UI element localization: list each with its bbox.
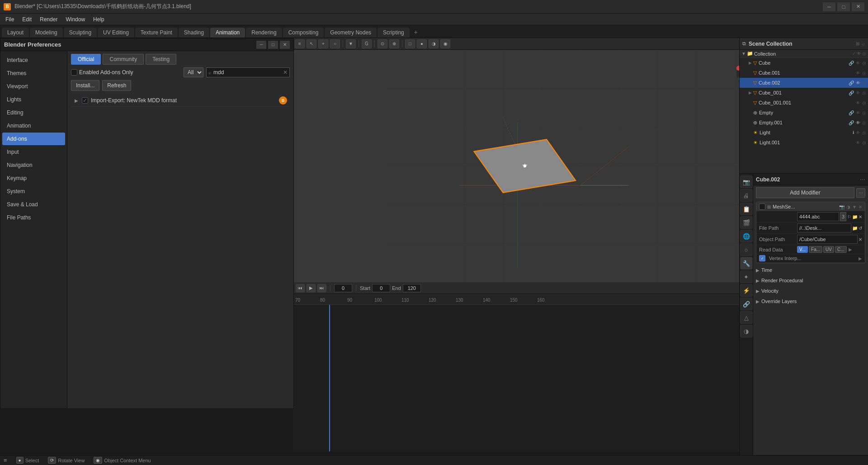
physics-btn[interactable]: ⚡	[740, 284, 753, 297]
render-props-btn[interactable]: 📷	[740, 176, 753, 188]
item-link-icon[interactable]: 🔗	[849, 90, 854, 95]
nav-keymap[interactable]: Keymap	[2, 172, 65, 185]
item-link-icon[interactable]: 🔗	[849, 120, 854, 125]
addon-expand-btn[interactable]: ▶	[74, 98, 79, 103]
filter-testing[interactable]: Testing	[146, 54, 176, 65]
item-eye-icon[interactable]: 👁	[856, 110, 860, 115]
menu-help[interactable]: Help	[90, 15, 108, 24]
readdata-more-btn[interactable]: ▶	[849, 246, 852, 253]
shading-material-btn[interactable]: ◑	[429, 39, 439, 48]
object-menu-btn[interactable]: ○	[330, 39, 340, 48]
modifier-enabled-check[interactable]	[759, 204, 765, 210]
collection-eye[interactable]: 👁	[857, 51, 861, 56]
nav-file-paths[interactable]: File Paths	[2, 211, 65, 224]
enabled-only-checkbox[interactable]	[71, 69, 77, 76]
collection-camera[interactable]: ◎	[862, 51, 866, 56]
close-button[interactable]: ✕	[852, 2, 864, 11]
file-shield-icon[interactable]: ⚐	[847, 214, 851, 219]
tab-rendering[interactable]: Rendering	[246, 28, 282, 38]
maximize-button[interactable]: □	[837, 2, 850, 11]
tab-animation[interactable]: Animation	[210, 28, 245, 38]
collection-check[interactable]: ✓	[852, 51, 856, 56]
outliner-item-cube-001-001[interactable]: ▽ Cube_001.001 👁 ◎	[740, 98, 868, 108]
file-close-btn[interactable]: ✕	[859, 214, 862, 219]
nav-addons[interactable]: Add-ons	[2, 133, 65, 145]
item-camera-icon[interactable]: ◎	[862, 71, 866, 76]
minimize-button[interactable]: ─	[823, 2, 835, 11]
tab-layout[interactable]: Layout	[2, 28, 29, 38]
install-btn[interactable]: Install...	[71, 80, 99, 91]
scene-props-btn[interactable]: 🎬	[740, 216, 753, 229]
section-override-layers[interactable]: ▶ Override Layers	[753, 296, 868, 307]
play-back-btn[interactable]: ⏮	[296, 284, 305, 292]
search-clear-btn[interactable]: ✕	[283, 69, 288, 76]
objpath-clear-btn[interactable]: ✕	[859, 237, 862, 242]
menu-file[interactable]: File	[2, 15, 18, 24]
vertinterp-more-btn[interactable]: ▶	[859, 256, 862, 261]
menu-render[interactable]: Render	[36, 15, 61, 24]
item-eye-icon[interactable]: 👁	[856, 140, 860, 145]
filter-community[interactable]: Community	[103, 54, 144, 65]
modifier-sort-btn[interactable]: ⋯	[856, 188, 865, 198]
hamburger-icon[interactable]: ≡	[4, 457, 7, 464]
item-link-icon[interactable]: 🔗	[849, 110, 854, 115]
object-props-btn[interactable]: ○	[740, 243, 753, 256]
constraints-btn[interactable]: 🔗	[740, 298, 753, 310]
addon-enabled-check[interactable]: ✓	[82, 97, 88, 104]
mode-select-btn[interactable]: ▼	[346, 39, 356, 48]
outliner-filter-btn[interactable]: ⊞	[855, 41, 860, 47]
nav-system[interactable]: System	[2, 185, 65, 198]
outliner-item-cube[interactable]: ▶ ▽ Cube 🔗 👁 ◎	[740, 58, 868, 68]
modifier-expand-icon[interactable]: ▼	[852, 204, 857, 209]
modifier-render-icon[interactable]: ◑	[846, 204, 850, 209]
prefs-close-btn[interactable]: ✕	[280, 41, 290, 49]
current-frame[interactable]: 0	[334, 284, 352, 292]
end-frame[interactable]: 120	[403, 284, 421, 292]
outliner-item-light[interactable]: ☀ Light ℹ 👁 ◎	[740, 128, 868, 138]
item-eye-icon[interactable]: 👁	[856, 120, 860, 125]
refresh-btn[interactable]: Refresh	[102, 80, 131, 91]
data-props-btn[interactable]: △	[740, 311, 753, 324]
file-name-value[interactable]: 4444.abc	[797, 212, 839, 221]
tab-scripting[interactable]: Scripting	[377, 28, 410, 38]
outliner-item-cube-001[interactable]: ▶ ▽ Cube_001 🔗 👁 ◎	[740, 88, 868, 98]
filter-official[interactable]: Official	[71, 54, 101, 65]
item-camera-icon[interactable]: ◎	[862, 120, 866, 125]
prefs-minimize-btn[interactable]: ─	[256, 41, 266, 49]
menu-edit[interactable]: Edit	[19, 15, 35, 24]
gizmo-btn[interactable]: ⊕	[389, 39, 399, 48]
tab-compositing[interactable]: Compositing	[283, 28, 324, 38]
section-velocity[interactable]: ▶ Velocity	[753, 286, 868, 296]
item-camera-icon[interactable]: ◎	[862, 100, 866, 105]
item-eye-icon[interactable]: 👁	[856, 90, 860, 95]
filepath-reload-icon[interactable]: ↺	[859, 226, 862, 231]
modifier-close-btn[interactable]: ✕	[859, 204, 862, 209]
item-camera-icon[interactable]: ◎	[862, 81, 866, 85]
global-local-btn[interactable]: G	[362, 39, 372, 48]
nav-animation[interactable]: Animation	[2, 119, 65, 132]
output-props-btn[interactable]: 🖨	[740, 189, 753, 202]
shading-render-btn[interactable]: ◉	[440, 39, 450, 48]
outliner-item-empty[interactable]: ⊕ Empty 🔗 👁 ◎	[740, 108, 868, 118]
start-frame[interactable]: 0	[372, 284, 390, 292]
rd-tab-v[interactable]: V...	[797, 246, 808, 253]
play-forward-btn[interactable]: ⏭	[317, 284, 326, 292]
prefs-maximize-btn[interactable]: □	[268, 41, 278, 49]
nav-lights[interactable]: Lights	[2, 93, 65, 106]
world-props-btn[interactable]: 🌐	[740, 230, 753, 242]
outliner-item-empty001[interactable]: ⊕ Empty.001 🔗 👁 ◎	[740, 118, 868, 128]
add-modifier-btn[interactable]: Add Modifier	[756, 187, 854, 198]
modifier-props-btn[interactable]: 🔧	[740, 257, 753, 270]
addon-search-input[interactable]	[213, 69, 281, 76]
tab-sculpting[interactable]: Sculpting	[64, 28, 97, 38]
tab-geometry-nodes[interactable]: Geometry Nodes	[325, 28, 377, 38]
tab-texture-paint[interactable]: Texture Paint	[135, 28, 178, 38]
view-menu-btn[interactable]: ≡	[295, 39, 305, 48]
file-folder-icon[interactable]: 📁	[852, 214, 858, 219]
nav-save-load[interactable]: Save & Load	[2, 198, 65, 211]
play-btn[interactable]: ▶	[307, 284, 316, 292]
tab-shading[interactable]: Shading	[179, 28, 209, 38]
outliner-item-light001[interactable]: ☀ Light.001 👁 ◎	[740, 138, 868, 147]
nav-interface[interactable]: Interface	[2, 54, 65, 66]
select-menu-btn[interactable]: ↖	[307, 39, 316, 48]
